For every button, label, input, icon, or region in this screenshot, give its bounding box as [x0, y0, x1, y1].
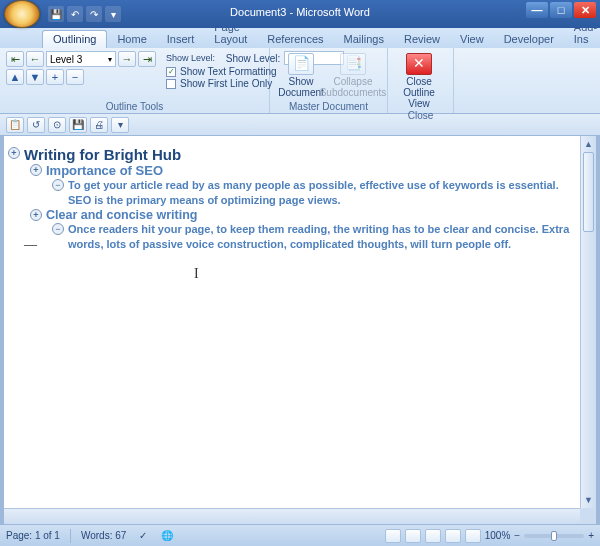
document-area: Writing for Bright Hub Importance of SEO…: [4, 136, 596, 524]
view-full-screen-button[interactable]: [405, 529, 421, 543]
spellcheck-icon[interactable]: ✓: [136, 529, 150, 543]
scroll-thumb[interactable]: [583, 152, 594, 232]
chevron-down-icon: ▾: [108, 55, 112, 64]
move-down-button[interactable]: ▼: [26, 69, 44, 85]
vertical-scrollbar[interactable]: ▲ ▼: [580, 136, 596, 508]
ribbon: ⇤ ← Level 3▾ → ⇥ ▲ ▼ + − Show Level: Sho…: [0, 48, 600, 114]
maximize-button[interactable]: □: [550, 2, 572, 18]
expand-icon[interactable]: [30, 164, 42, 176]
view-print-layout-button[interactable]: [385, 529, 401, 543]
zoom-percent[interactable]: 100%: [485, 530, 511, 541]
heading2a-text: Importance of SEO: [46, 163, 163, 178]
separator: [70, 529, 71, 543]
outline-level-controls: ⇤ ← Level 3▾ → ⇥ ▲ ▼ + −: [6, 51, 156, 89]
insertion-bar: —: [24, 236, 37, 252]
toolbar-btn-1[interactable]: 📋: [6, 117, 24, 133]
close-button[interactable]: ✕: [574, 2, 596, 18]
toolbar-btn-3[interactable]: ⊙: [48, 117, 66, 133]
promote-button[interactable]: ←: [26, 51, 44, 67]
qat-dropdown-icon[interactable]: ▾: [105, 6, 121, 22]
qat-undo-icon[interactable]: ↶: [67, 6, 83, 22]
body1-text: To get your article read by as many peop…: [68, 178, 572, 208]
text-cursor-icon: I: [194, 266, 199, 282]
toolbar-btn-5[interactable]: 🖨: [90, 117, 108, 133]
group-master-document: 📄 Show Document 📑 Collapse Subdocuments …: [270, 48, 388, 113]
show-text-formatting-label: Show Text Formatting: [180, 66, 277, 77]
status-words[interactable]: Words: 67: [81, 530, 126, 541]
move-up-button[interactable]: ▲: [6, 69, 24, 85]
show-document-label: Show Document: [276, 76, 326, 98]
show-first-line-checkbox[interactable]: [166, 79, 176, 89]
minimize-button[interactable]: —: [526, 2, 548, 18]
zoom-handle[interactable]: [551, 531, 557, 541]
expand-button[interactable]: +: [46, 69, 64, 85]
demote-button[interactable]: →: [118, 51, 136, 67]
collapse-icon[interactable]: [52, 179, 64, 191]
outline-level-select[interactable]: Level 3▾: [46, 51, 116, 67]
tab-home[interactable]: Home: [107, 31, 156, 48]
group-label-outline-tools: Outline Tools: [6, 100, 263, 112]
close-outline-icon: ✕: [406, 53, 432, 75]
office-button[interactable]: [4, 0, 40, 28]
expand-icon[interactable]: [8, 147, 20, 159]
promote-to-heading1-button[interactable]: ⇤: [6, 51, 24, 67]
level-value: Level 3: [50, 54, 82, 65]
zoom-out-button[interactable]: −: [514, 530, 520, 541]
show-first-line-label: Show First Line Only: [180, 78, 272, 89]
tab-outlining[interactable]: Outlining: [42, 30, 107, 48]
group-close: ✕ Close Outline View Close: [388, 48, 454, 113]
collapse-icon[interactable]: [52, 223, 64, 235]
tab-view[interactable]: View: [450, 31, 494, 48]
zoom-in-button[interactable]: +: [588, 530, 594, 541]
group-label-close: Close: [394, 109, 447, 121]
outline-heading-2a[interactable]: Importance of SEO: [46, 163, 572, 178]
tab-references[interactable]: References: [257, 31, 333, 48]
tab-mailings[interactable]: Mailings: [334, 31, 394, 48]
view-web-layout-button[interactable]: [425, 529, 441, 543]
heading2b-text: Clear and concise writing: [46, 208, 197, 222]
horizontal-scrollbar[interactable]: [4, 508, 580, 524]
expand-icon[interactable]: [30, 209, 42, 221]
tab-insert[interactable]: Insert: [157, 31, 205, 48]
outline-heading-2b[interactable]: Clear and concise writing: [46, 208, 572, 222]
scroll-up-arrow-icon[interactable]: ▲: [581, 136, 596, 152]
status-bar: Page: 1 of 1 Words: 67 ✓ 🌐 100% − +: [0, 524, 600, 546]
group-outline-tools: ⇤ ← Level 3▾ → ⇥ ▲ ▼ + − Show Level: Sho…: [0, 48, 270, 113]
tab-review[interactable]: Review: [394, 31, 450, 48]
demote-to-body-button[interactable]: ⇥: [138, 51, 156, 67]
collapse-button[interactable]: −: [66, 69, 84, 85]
toolbar-btn-4[interactable]: 💾: [69, 117, 87, 133]
window-controls: — □ ✕: [526, 2, 596, 18]
collapse-subdoc-icon: 📑: [340, 53, 366, 75]
document-viewport[interactable]: Writing for Bright Hub Importance of SEO…: [4, 136, 580, 508]
show-text-formatting-checkbox[interactable]: ✓: [166, 67, 176, 77]
group-label-master-doc: Master Document: [276, 100, 381, 112]
scroll-down-arrow-icon[interactable]: ▼: [581, 492, 596, 508]
status-page[interactable]: Page: 1 of 1: [6, 530, 60, 541]
scroll-corner: [580, 508, 596, 524]
window-title: Document3 - Microsoft Word: [230, 6, 370, 18]
show-level-label: Show Level:: [166, 53, 215, 63]
qat-redo-icon[interactable]: ↷: [86, 6, 102, 22]
ribbon-tabs: Outlining Home Insert Page Layout Refere…: [0, 28, 600, 48]
show-document-button[interactable]: 📄 Show Document: [276, 51, 326, 98]
view-draft-button[interactable]: [465, 529, 481, 543]
body2-text: Once readers hit your page, to keep them…: [68, 222, 572, 252]
toolbar-row: 📋 ↺ ⊙ 💾 🖨 ▾: [0, 114, 600, 136]
outline-body-1[interactable]: To get your article read by as many peop…: [68, 178, 572, 208]
qat-save-icon[interactable]: 💾: [48, 6, 64, 22]
language-icon[interactable]: 🌐: [160, 529, 174, 543]
tab-developer[interactable]: Developer: [494, 31, 564, 48]
toolbar-btn-6[interactable]: ▾: [111, 117, 129, 133]
heading1-text: Writing for Bright Hub: [24, 146, 181, 163]
outline-heading-1[interactable]: Writing for Bright Hub: [24, 146, 572, 163]
collapse-subdocuments-button: 📑 Collapse Subdocuments: [328, 51, 378, 98]
close-outline-view-button[interactable]: ✕ Close Outline View: [394, 51, 444, 109]
view-outline-button[interactable]: [445, 529, 461, 543]
toolbar-btn-2[interactable]: ↺: [27, 117, 45, 133]
titlebar: 💾 ↶ ↷ ▾ Document3 - Microsoft Word — □ ✕: [0, 0, 600, 28]
zoom-slider[interactable]: [524, 534, 584, 538]
collapse-subdoc-label: Collapse Subdocuments: [320, 76, 387, 98]
outline-body-2[interactable]: Once readers hit your page, to keep them…: [68, 222, 572, 252]
close-outline-label: Close Outline View: [394, 76, 444, 109]
